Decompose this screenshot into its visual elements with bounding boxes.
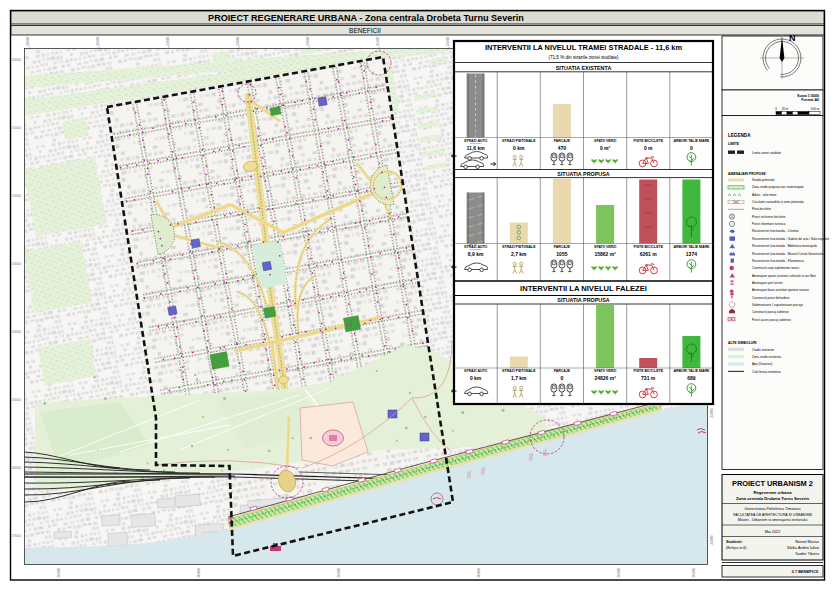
svg-text:0 m: 0 m [644, 145, 653, 151]
svg-text:PISTE BICICLETE: PISTE BICICLETE [633, 245, 663, 249]
svg-text:LEGENDA: LEGENDA [728, 133, 751, 138]
svg-text:Reconversie functionala - Fila: Reconversie functionala - Filarmonica [752, 259, 804, 263]
svg-text:Constructii corp suplimentar t: Constructii corp suplimentar teatru [752, 266, 799, 270]
svg-text:Constructii parcaj subteran: Constructii parcaj subteran [752, 310, 789, 314]
svg-text:N: N [789, 33, 796, 43]
svg-text:15862 m²: 15862 m² [594, 251, 616, 257]
svg-text:0: 0 [690, 145, 693, 151]
svg-text:Amenajare baza activitati spor: Amenajare baza activitati sportive nauti… [752, 288, 809, 292]
svg-text:Reconversie functionala - Muze: Reconversie functionala - Muzeul Cetatii… [752, 252, 824, 256]
svg-text:ARBORI TALIE MARE: ARBORI TALIE MARE [673, 139, 710, 143]
svg-text:Punct acces parcaj subteran: Punct acces parcaj subteran [752, 318, 791, 322]
svg-text:26000: 26000 [12, 466, 22, 470]
svg-text:Zona verde propusa sau reamena: Zona verde propusa sau reamenajata [752, 185, 804, 189]
svg-text:24000: 24000 [12, 330, 22, 334]
svg-text:0: 0 [561, 375, 564, 381]
svg-text:PARCAJE: PARCAJE [554, 369, 571, 373]
svg-text:PARCAJE: PARCAJE [554, 139, 571, 143]
svg-text:6261 m: 6261 m [640, 251, 658, 257]
svg-text:Subteranizare / supraterizare: Subteranizare / supraterizare parcaje [752, 303, 803, 307]
svg-text:Strada pietonala: Strada pietonala [752, 178, 775, 182]
svg-text:Reconversie functionala - Gale: Reconversie functionala - Galerie de art… [752, 237, 829, 241]
svg-text:100 m: 100 m [811, 107, 820, 111]
svg-text:Zona centrala Drobeta Turnu Se: Zona centrala Drobeta Turnu Severin [736, 496, 810, 501]
svg-text:STRAZI PIETONALE: STRAZI PIETONALE [502, 245, 536, 249]
svg-text:0 m²: 0 m² [600, 145, 611, 151]
svg-text:Zona verde existenta: Zona verde existenta [752, 355, 781, 359]
svg-text:35600: 35600 [376, 36, 380, 46]
svg-text:PISTE BICICLETE: PISTE BICICLETE [633, 139, 663, 143]
svg-text:INTERVENTII LA NIVELUL FALEZEI: INTERVENTII LA NIVELUL FALEZEI [520, 284, 647, 293]
svg-text:Pista biciclete: Pista biciclete [752, 207, 771, 211]
svg-text:SITUATIA EXISTENTA: SITUATIA EXISTENTA [556, 65, 612, 71]
svg-text:ARBORI TALIE MARE: ARBORI TALIE MARE [673, 245, 710, 249]
svg-text:20 m: 20 m [782, 107, 789, 111]
svg-text:23000: 23000 [12, 262, 22, 266]
svg-text:24800: 24800 [710, 535, 714, 545]
svg-text:ARBORI TALIE MARE: ARBORI TALIE MARE [673, 369, 710, 373]
svg-text:Scara 1:5000: Scara 1:5000 [797, 94, 819, 98]
svg-text:Punct informare turistica: Punct informare turistica [752, 222, 786, 226]
svg-text:STRAZI PIETONALE: STRAZI PIETONALE [502, 139, 536, 143]
svg-text:Master - Urbanism si amenajare: Master - Urbanism si amenajarea teritori… [738, 518, 808, 522]
svg-text:Punct inchiriere biciclete: Punct inchiriere biciclete [752, 215, 786, 219]
svg-text:STRAZI PIETONALE: STRAZI PIETONALE [502, 369, 536, 373]
svg-text:32600: 32600 [166, 36, 170, 46]
svg-text:2,7 km: 2,7 km [511, 251, 527, 257]
svg-text:AMENAJARI PROPUSE: AMENAJARI PROPUSE [728, 172, 766, 176]
svg-text:Universitatea Politehnica Timi: Universitatea Politehnica Timisoara [744, 507, 800, 511]
svg-text:INTERVENTII LA NIVELUL TRAMEI: INTERVENTII LA NIVELUL TRAMEI STRADALE -… [485, 43, 682, 52]
svg-text:31600: 31600 [96, 36, 100, 46]
svg-text:1374: 1374 [686, 251, 697, 257]
svg-text:24800: 24800 [710, 408, 714, 418]
svg-text:Sârbu Andrei Iulian: Sârbu Andrei Iulian [787, 546, 819, 550]
svg-text:SPATII VERZI: SPATII VERZI [594, 245, 616, 249]
svg-text:3.7 BENEFICII: 3.7 BENEFICII [792, 569, 818, 574]
svg-text:PARCAJE: PARCAJE [554, 245, 571, 249]
svg-text:SITUATIA PROPUSA: SITUATIA PROPUSA [557, 297, 610, 303]
svg-text:30400: 30400 [477, 568, 481, 578]
svg-text:470: 470 [558, 145, 567, 151]
svg-text:1055: 1055 [556, 251, 567, 257]
svg-text:689: 689 [687, 375, 696, 381]
svg-text:21000: 21000 [12, 126, 22, 130]
svg-text:SPATII VERZI: SPATII VERZI [594, 139, 616, 143]
svg-text:ALTE SIMBOLURI: ALTE SIMBOLURI [728, 341, 757, 345]
svg-text:PROIECT REGENERARE URBANA - Zo: PROIECT REGENERARE URBANA - Zona central… [208, 13, 524, 23]
svg-text:Constructii punct belvedere: Constructii punct belvedere [752, 296, 790, 300]
svg-text:Circulatie carosabila si semi: Circulatie carosabila si semi pietonala [752, 200, 804, 204]
svg-text:Amenajare spatiu activitati cu: Amenajare spatiu activitati culturale in… [752, 274, 816, 278]
svg-text:25000: 25000 [12, 398, 22, 402]
svg-text:SITUATIA PROPUSA: SITUATIA PROPUSA [557, 171, 610, 177]
svg-text:30400: 30400 [337, 568, 341, 578]
svg-text:30400: 30400 [617, 568, 621, 578]
svg-text:SPATII VERZI: SPATII VERZI [594, 369, 616, 373]
svg-text:Arbori - talie mare: Arbori - talie mare [752, 193, 777, 197]
svg-text:1,7 km: 1,7 km [511, 375, 527, 381]
svg-text:Limita zonei studiate: Limita zonei studiate [752, 151, 781, 155]
svg-text:731 m: 731 m [641, 375, 656, 381]
svg-text:Apa (Dunarea): Apa (Dunarea) [752, 362, 772, 366]
svg-text:30400: 30400 [197, 568, 201, 578]
svg-text:8,9 km: 8,9 km [468, 251, 484, 257]
svg-text:20000: 20000 [12, 58, 22, 62]
svg-text:Reconversie functionala - Bibl: Reconversie functionala - Biblioteca mun… [752, 244, 817, 248]
svg-text:Studenti:: Studenti: [726, 540, 742, 544]
svg-text:PROIECT URBANISM 2: PROIECT URBANISM 2 [732, 479, 813, 488]
svg-text:30600: 30600 [26, 36, 30, 46]
svg-text:Nemet Marius: Nemet Marius [795, 540, 819, 544]
svg-text:(Echipa nr.6): (Echipa nr.6) [726, 546, 746, 550]
svg-text:Amenajare port turistic: Amenajare port turistic [752, 281, 783, 285]
svg-text:30400: 30400 [57, 568, 61, 578]
svg-text:24826 m²: 24826 m² [594, 375, 616, 381]
svg-text:0 km: 0 km [470, 375, 482, 381]
svg-text:PISTE BICICLETE: PISTE BICICLETE [633, 369, 663, 373]
svg-text:33600: 33600 [236, 36, 240, 46]
svg-text:Toader Tiberiu: Toader Tiberiu [795, 552, 819, 556]
svg-text:Cladiri existente: Cladiri existente [752, 348, 774, 352]
svg-text:FACULTATEA DE ARHITECTURA SI U: FACULTATEA DE ARHITECTURA SI URBANISM [733, 513, 812, 517]
svg-text:30400: 30400 [692, 568, 696, 578]
svg-text:Mai 2022: Mai 2022 [765, 530, 781, 534]
svg-text:Regenerare urbana: Regenerare urbana [753, 490, 792, 495]
svg-text:36600: 36600 [446, 36, 450, 46]
